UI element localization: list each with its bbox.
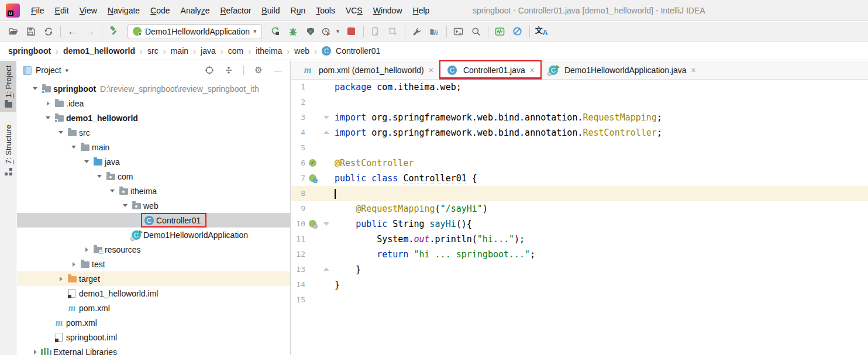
code-line-15[interactable]: 15 — [291, 292, 868, 308]
tool-window-button-1-project[interactable]: 1: Project — [0, 61, 16, 112]
code-line-6[interactable]: 6✓@RestController — [291, 156, 868, 171]
line-number[interactable]: 11 — [291, 232, 305, 247]
code-area[interactable]: 1package com.itheima.web;23import org.sp… — [291, 80, 868, 355]
navigate-forward-icon[interactable]: → — [81, 23, 99, 40]
activity-monitor-icon[interactable] — [491, 23, 509, 40]
menu-file[interactable]: File — [26, 0, 50, 21]
tree-row-external-libraries[interactable]: External Libraries — [17, 344, 290, 355]
line-number[interactable]: 8 — [291, 186, 305, 201]
line-number[interactable]: 7 — [291, 171, 305, 186]
attach-debugger-icon[interactable] — [367, 23, 384, 40]
tree-row-controller01[interactable]: CController01 — [17, 213, 290, 228]
breadcrumb-item-com[interactable]: com — [227, 46, 244, 56]
menu-edit[interactable]: Edit — [50, 0, 74, 21]
breadcrumb-item-main[interactable]: main — [170, 46, 190, 56]
tree-row-springboot-iml[interactable]: springboot.iml — [17, 330, 290, 344]
tree-row-test[interactable]: test — [17, 257, 290, 271]
tree-row-target[interactable]: target — [17, 271, 290, 286]
power-save-icon[interactable] — [509, 23, 526, 40]
line-number[interactable]: 12 — [291, 247, 305, 262]
menu-help[interactable]: Help — [408, 0, 435, 21]
code-line-11[interactable]: 11 System.out.println("hi..."); — [291, 232, 868, 247]
menu-tools[interactable]: Tools — [311, 0, 340, 21]
fold-marker-icon[interactable] — [323, 116, 329, 119]
tree-toggle-icon[interactable] — [94, 175, 105, 178]
tree-row-demo1helloworldapplication[interactable]: CDemo1HelloworldApplication — [17, 228, 290, 242]
fold-marker-icon[interactable] — [323, 130, 329, 134]
translate-icon[interactable]: 文A — [533, 23, 550, 40]
hide-panel-icon[interactable]: — — [270, 63, 285, 77]
tree-toggle-icon[interactable] — [56, 131, 66, 134]
run-with-coverage-icon[interactable] — [302, 23, 319, 40]
tab-close-icon[interactable]: × — [429, 66, 433, 75]
locate-file-icon[interactable] — [202, 63, 217, 77]
tab-controller01-java[interactable]: CController01.java× — [440, 61, 541, 79]
menu-build[interactable]: Build — [256, 0, 285, 21]
menu-code[interactable]: Code — [145, 0, 175, 21]
breadcrumb-item-springboot[interactable]: springboot — [7, 46, 52, 56]
tab-pom-xml-demo1-helloworld[interactable]: mpom.xml (demo1_helloworld)× — [295, 61, 440, 79]
tree-toggle-icon[interactable] — [81, 247, 92, 252]
breadcrumb-item-demo1-helloworld[interactable]: demo1_helloworld — [62, 46, 136, 56]
chevron-down-icon[interactable]: ▾ — [66, 67, 69, 74]
breadcrumb-item-controller01[interactable]: Controller01 — [335, 46, 381, 56]
tree-toggle-icon[interactable] — [30, 350, 40, 354]
tree-toggle-icon[interactable] — [43, 101, 53, 106]
tree-row-java[interactable]: java — [17, 154, 290, 169]
breadcrumb-item-web[interactable]: web — [293, 46, 311, 56]
code-line-13[interactable]: 13 } — [291, 262, 868, 277]
tree-row-main[interactable]: main — [17, 140, 290, 154]
breadcrumb-item-src[interactable]: src — [146, 46, 160, 56]
run-console-icon[interactable] — [450, 23, 467, 40]
settings-wrench-icon[interactable] — [408, 23, 426, 40]
line-number[interactable]: 14 — [291, 277, 305, 292]
spring-bean-icon[interactable]: ✓ — [309, 159, 316, 167]
tab-demo1helloworldapplication-java[interactable]: CDemo1HelloworldApplication.java× — [541, 61, 702, 79]
menu-run[interactable]: Run — [285, 0, 311, 21]
tool-window-button-7-structure[interactable]: 7: Structure — [0, 120, 16, 180]
line-number[interactable]: 9 — [291, 201, 305, 216]
update-application-icon[interactable] — [384, 23, 402, 40]
line-number[interactable]: 2 — [291, 95, 305, 110]
breadcrumb-item-itheima[interactable]: itheima — [254, 46, 283, 56]
code-line-8[interactable]: 8 — [291, 186, 868, 201]
breadcrumb-item-java[interactable]: java — [199, 46, 217, 56]
tree-row-web[interactable]: web — [17, 198, 290, 213]
profiler-icon[interactable] — [319, 23, 333, 40]
code-line-7[interactable]: 7cpublic class Controller01 { — [291, 171, 868, 186]
build-hammer-icon[interactable] — [105, 23, 123, 40]
menu-analyze[interactable]: Analyze — [175, 0, 215, 21]
profiler-dropdown-icon[interactable]: ▾ — [333, 23, 343, 40]
line-number[interactable]: 15 — [291, 292, 305, 308]
open-project-icon[interactable] — [5, 23, 22, 40]
tree-row-springboot[interactable]: springbootD:\review_springboot\review_sp… — [17, 81, 290, 96]
line-number[interactable]: 5 — [291, 140, 305, 156]
tree-row-src[interactable]: src — [17, 125, 290, 140]
tree-toggle-icon[interactable] — [30, 87, 40, 90]
tree-row-pom-xml[interactable]: mpom.xml — [17, 315, 290, 330]
gear-icon[interactable]: ⚙ — [251, 63, 266, 77]
synchronize-icon[interactable] — [40, 23, 57, 40]
tree-toggle-icon[interactable] — [68, 262, 79, 267]
code-line-12[interactable]: 12 return "hi ... springboot..."; — [291, 247, 868, 262]
run-icon[interactable] — [267, 23, 284, 40]
fold-marker-icon[interactable] — [323, 267, 329, 271]
spring-bean-icon[interactable] — [309, 220, 316, 228]
code-line-1[interactable]: 1package com.itheima.web; — [291, 80, 868, 95]
tree-row-pom-xml[interactable]: mpom.xml — [17, 301, 290, 315]
code-line-10[interactable]: 10 public String sayHi(){ — [291, 216, 868, 232]
menu-refactor[interactable]: Refactor — [215, 0, 256, 21]
tree-row-demo1-helloworld-iml[interactable]: demo1_helloworld.iml — [17, 286, 290, 301]
tree-row-demo1-helloworld[interactable]: demo1_helloworld — [17, 111, 290, 125]
tab-close-icon[interactable]: × — [530, 66, 535, 75]
code-line-3[interactable]: 3import org.springframework.web.bind.ann… — [291, 110, 868, 125]
tab-close-icon[interactable]: × — [691, 66, 696, 75]
tree-row-idea[interactable]: .idea — [17, 96, 290, 111]
project-panel-title[interactable]: Project — [36, 66, 61, 75]
tree-toggle-icon[interactable] — [43, 116, 53, 119]
line-number[interactable]: 6 — [291, 156, 305, 171]
tree-toggle-icon[interactable] — [107, 189, 118, 192]
code-line-14[interactable]: 14} — [291, 277, 868, 292]
run-configuration-select[interactable]: Demo1HelloworldApplication ▾ — [128, 24, 262, 39]
line-number[interactable]: 4 — [291, 125, 305, 140]
